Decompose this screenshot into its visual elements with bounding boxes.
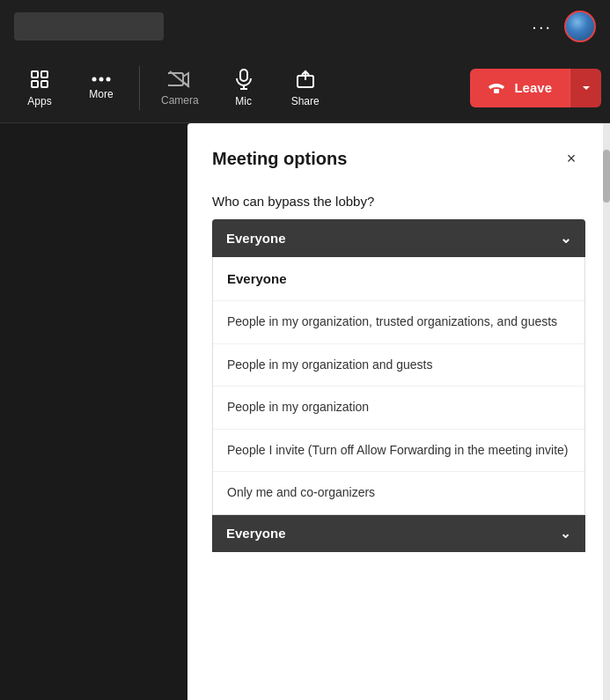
camera-button[interactable]: Camera (147, 63, 213, 114)
more-button[interactable]: More (70, 69, 132, 107)
mic-button[interactable]: Mic (213, 62, 275, 114)
top-bar-controls: ··· (532, 11, 596, 42)
leave-dropdown-button[interactable] (570, 69, 601, 107)
dropdown-footer[interactable]: Everyone ⌄ (212, 515, 585, 552)
leave-label: Leave (514, 80, 552, 95)
avatar-image (566, 12, 594, 41)
dropdown-footer-value: Everyone (226, 526, 286, 541)
left-panel (0, 123, 187, 700)
dropdown-item-org[interactable]: People in my organization (213, 387, 584, 430)
scrollbar-track[interactable] (603, 123, 610, 700)
dropdown-chevron-icon: ⌄ (560, 230, 571, 247)
more-label: More (89, 88, 113, 100)
phone-hangup-icon (488, 82, 505, 94)
share-button[interactable]: Share (275, 62, 336, 114)
dropdown-item-org-guests[interactable]: People in my organization and guests (213, 344, 584, 387)
svg-rect-1 (32, 81, 38, 87)
panel-title: Meeting options (212, 149, 347, 169)
toolbar-divider (139, 66, 140, 110)
top-bar: ··· (0, 0, 610, 53)
share-label: Share (291, 95, 320, 107)
camera-label: Camera (161, 94, 199, 107)
dropdown-selected-value: Everyone (226, 231, 286, 246)
apps-label: Apps (27, 95, 51, 107)
lobby-question: Who can bypass the lobby? (212, 194, 585, 209)
dropdown-item-everyone[interactable]: Everyone (213, 257, 584, 301)
more-options-icon[interactable]: ··· (532, 17, 552, 37)
dropdown-item-me-organizers[interactable]: Only me and co-organizers (213, 472, 584, 514)
mic-label: Mic (235, 95, 252, 107)
mic-icon (234, 69, 254, 90)
svg-point-5 (99, 77, 104, 81)
dropdown-header[interactable]: Everyone ⌄ (212, 219, 585, 257)
svg-rect-2 (41, 71, 48, 77)
leave-button[interactable]: Leave (470, 69, 570, 107)
svg-rect-12 (494, 89, 499, 93)
share-icon (295, 69, 316, 90)
scrollbar-thumb[interactable] (603, 150, 610, 203)
meeting-options-panel: Meeting options × Who can bypass the lob… (187, 123, 610, 700)
svg-rect-3 (41, 81, 48, 87)
dropdown-item-org-trusted[interactable]: People in my organization, trusted organ… (213, 301, 584, 344)
svg-point-6 (107, 77, 111, 81)
dropdown-item-invite[interactable]: People I invite (Turn off Allow Forwardi… (213, 430, 584, 473)
svg-rect-8 (240, 70, 247, 81)
chevron-down-icon (581, 83, 592, 93)
dropdown-list: Everyone People in my organization, trus… (212, 257, 585, 515)
window-title-bar (14, 12, 164, 41)
panel-header: Meeting options × (212, 144, 585, 173)
leave-button-group: Leave (470, 69, 601, 107)
apps-icon (29, 69, 50, 90)
camera-off-icon (168, 70, 191, 89)
close-button[interactable]: × (557, 144, 585, 173)
svg-rect-0 (32, 71, 38, 77)
apps-button[interactable]: Apps (9, 62, 70, 114)
main-content: Meeting options × Who can bypass the lob… (0, 123, 610, 700)
dropdown-footer-chevron-icon: ⌄ (560, 526, 571, 542)
svg-point-4 (92, 77, 97, 81)
avatar[interactable] (564, 11, 596, 42)
more-icon (91, 76, 112, 83)
toolbar: Apps More Camera (0, 53, 610, 123)
